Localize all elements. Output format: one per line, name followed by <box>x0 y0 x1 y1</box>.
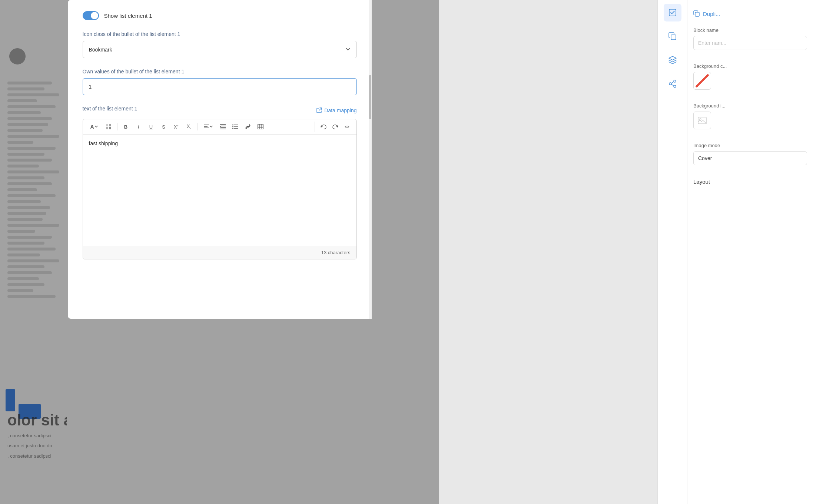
table-icon <box>258 124 263 129</box>
icon-class-dropdown[interactable]: Bookmark <box>83 41 357 58</box>
own-values-input[interactable] <box>83 78 357 95</box>
svg-rect-18 <box>258 125 263 129</box>
modal-scrollbar[interactable] <box>369 0 372 319</box>
icon-class-value: Bookmark <box>89 47 112 53</box>
sidebar-layers-icon-btn[interactable] <box>664 51 681 69</box>
duplicate-button[interactable]: Dupli... <box>693 7 807 20</box>
own-values-label: Own values of the bullet of the list ele… <box>83 69 357 74</box>
font-chevron-icon <box>95 126 98 128</box>
scrollbar-thumb[interactable] <box>369 75 371 119</box>
modal-dialog: Show list element 1 Icon class of the bu… <box>68 0 372 319</box>
italic-button[interactable]: I <box>133 122 144 132</box>
svg-rect-24 <box>671 35 676 40</box>
toolbar-right-group: <> <box>315 122 353 132</box>
background-color-picker[interactable] <box>693 72 711 90</box>
own-values-section: Own values of the bullet of the list ele… <box>83 69 357 95</box>
char-count: 13 characters <box>321 250 351 255</box>
svg-rect-3 <box>109 127 111 129</box>
code-button[interactable]: <> <box>342 122 353 132</box>
data-mapping-label: Data mapping <box>324 107 356 113</box>
color-slash-icon <box>696 74 709 87</box>
sidebar-edit-icon-btn[interactable] <box>664 4 681 21</box>
image-mode-label: Image mode <box>693 143 807 148</box>
toggle-label: Show list element 1 <box>104 13 152 19</box>
modal-overlay: Show list element 1 Icon class of the bu… <box>0 0 439 504</box>
font-icon: A <box>90 124 94 130</box>
svg-point-14 <box>232 128 233 129</box>
block-name-input[interactable] <box>693 36 807 50</box>
image-mode-field: Image mode Cover <box>693 143 807 165</box>
background-color-label: Background c... <box>693 63 807 69</box>
align-button[interactable] <box>201 122 216 132</box>
image-mode-value[interactable]: Cover <box>693 151 807 165</box>
subscript-icon: X- <box>187 124 191 130</box>
text-editor-header: text of the list element 1 Data mapping <box>83 106 357 115</box>
align-chevron-icon <box>210 126 213 128</box>
table-button[interactable] <box>255 122 266 132</box>
background-image-field: Background i... <box>693 103 807 129</box>
right-sidebar-panel: Dupli... Block name Background c... Back… <box>687 0 813 504</box>
link-button[interactable] <box>242 122 253 132</box>
editor-footer: 13 characters <box>83 246 356 259</box>
italic-icon: I <box>138 124 139 130</box>
undo-icon <box>321 124 326 129</box>
underline-button[interactable]: U <box>146 122 157 132</box>
subscript-button[interactable]: X- <box>183 122 195 132</box>
color-grid-button[interactable] <box>103 122 114 132</box>
svg-rect-1 <box>109 124 111 126</box>
editor-content-area[interactable]: fast shipping <box>83 135 356 246</box>
svg-point-13 <box>232 126 233 127</box>
duplicate-icon <box>668 32 677 41</box>
sidebar-share-icon-btn[interactable] <box>664 75 681 93</box>
bold-icon: B <box>124 124 127 130</box>
underline-icon: U <box>149 124 153 130</box>
toolbar-sep-1 <box>117 123 117 130</box>
strikethrough-icon: S <box>162 124 165 130</box>
layers-icon <box>668 56 677 64</box>
list-button[interactable] <box>230 122 241 132</box>
svg-line-28 <box>671 82 674 83</box>
svg-rect-0 <box>106 124 108 126</box>
redo-icon <box>332 124 338 129</box>
sidebar-icons-strip <box>657 0 687 504</box>
undo-button[interactable] <box>318 122 329 132</box>
redo-button[interactable] <box>330 122 341 132</box>
show-list-element-toggle[interactable] <box>83 11 99 20</box>
editor-toolbar: A <box>83 119 356 135</box>
outdent-icon <box>220 124 226 129</box>
sidebar-duplicate-icon-btn[interactable] <box>664 27 681 45</box>
edit-icon <box>668 8 677 17</box>
svg-point-12 <box>232 125 233 126</box>
duplicate-label: Dupli... <box>703 11 720 17</box>
svg-point-26 <box>669 83 671 85</box>
strikethrough-button[interactable]: S <box>158 122 169 132</box>
block-name-label: Block name <box>693 27 807 33</box>
layout-field: Layout <box>693 179 807 185</box>
background-image-picker[interactable] <box>693 112 711 129</box>
svg-rect-30 <box>695 12 699 16</box>
svg-rect-2 <box>106 127 108 129</box>
outdent-button[interactable] <box>217 122 228 132</box>
image-picker-icon <box>698 117 707 124</box>
superscript-button[interactable]: X+ <box>171 122 182 132</box>
block-name-field: Block name <box>693 27 807 50</box>
background-color-field: Background c... <box>693 63 807 90</box>
bold-button[interactable]: B <box>120 122 132 132</box>
background-image-label: Background i... <box>693 103 807 109</box>
icon-class-label: Icon class of the bullet of the list ele… <box>83 31 357 37</box>
code-icon: <> <box>345 125 349 129</box>
share-icon <box>668 79 677 88</box>
color-grid-icon <box>106 124 112 130</box>
text-editor-section: text of the list element 1 Data mapping … <box>83 106 357 259</box>
icon-class-section: Icon class of the bullet of the list ele… <box>83 31 357 58</box>
sidebar-content: Dupli... Block name Background c... Back… <box>687 0 813 198</box>
list-icon <box>232 124 238 129</box>
font-button[interactable]: A <box>87 122 102 132</box>
align-icon <box>204 125 209 129</box>
svg-point-25 <box>674 80 676 82</box>
toolbar-sep-2 <box>198 123 198 130</box>
chevron-down-icon <box>345 46 351 53</box>
link-icon <box>245 124 251 129</box>
toggle-row: Show list element 1 <box>83 11 357 20</box>
data-mapping-link[interactable]: Data mapping <box>316 107 356 113</box>
